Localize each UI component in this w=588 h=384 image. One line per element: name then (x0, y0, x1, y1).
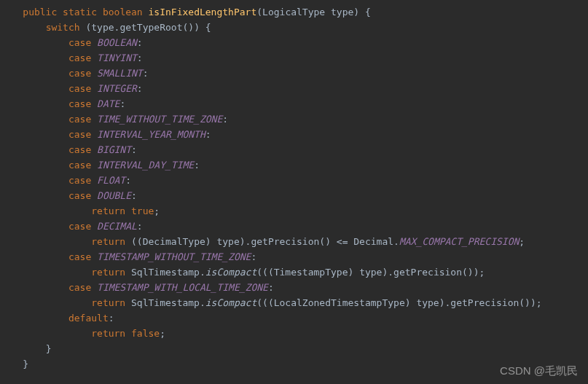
kw-case: case (68, 160, 91, 171)
cls-decimal: Decimal (353, 236, 393, 247)
case-timestamp-local-tz: TIMESTAMP_WITH_LOCAL_TIME_ZONE (97, 282, 268, 293)
var-type: type (359, 267, 382, 278)
kw-case: case (68, 175, 91, 186)
kw-case: case (68, 37, 91, 48)
kw-case: case (68, 144, 91, 155)
case-decimal: DECIMAL (97, 221, 137, 232)
kw-return: return (91, 267, 125, 278)
kw-case: case (68, 114, 91, 125)
call-iscompact: isCompact (205, 297, 256, 308)
kw-boolean: boolean (103, 7, 143, 17)
method-name: isInFixedLengthPart (149, 7, 257, 17)
kw-public: public (23, 7, 57, 17)
kw-switch: switch (46, 22, 80, 33)
case-tinyint: TINYINT (97, 52, 137, 63)
cls-sqltimestamp: SqlTimestamp (131, 297, 200, 308)
case-interval-ym: INTERVAL_YEAR_MONTH (97, 129, 205, 140)
kw-case: case (68, 68, 91, 79)
kw-case: case (68, 52, 91, 63)
code-block: public static boolean isInFixedLengthPar… (0, 0, 588, 372)
switch-call: getTypeRoot (119, 22, 182, 33)
case-smallint: SMALLINT (97, 68, 143, 79)
op-le: <= (337, 236, 348, 247)
kw-false: false (131, 328, 160, 339)
call-getprecision: getPrecision (393, 267, 462, 278)
param-name: type (331, 7, 353, 17)
var-type: type (216, 236, 239, 247)
kw-case: case (68, 129, 91, 140)
case-double: DOUBLE (97, 190, 131, 201)
param-type: LogicalType (262, 7, 325, 17)
case-timestamp-without-tz: TIMESTAMP_WITHOUT_TIME_ZONE (97, 251, 251, 262)
field-max-compact: MAX_COMPACT_PRECISION (399, 236, 519, 247)
kw-case: case (68, 221, 91, 232)
case-float: FLOAT (97, 175, 125, 186)
case-boolean: BOOLEAN (97, 37, 137, 48)
var-type: type (416, 297, 439, 308)
case-integer: INTEGER (97, 83, 137, 94)
cast-decimaltype: DecimalType (143, 236, 205, 247)
cast-timestamptype: TimestampType (274, 267, 348, 278)
kw-case: case (68, 83, 91, 94)
case-interval-dt: INTERVAL_DAY_TIME (97, 160, 194, 171)
kw-default: default (68, 313, 109, 324)
case-bigint: BIGINT (97, 144, 131, 155)
call-getprecision: getPrecision (251, 236, 319, 247)
cast-localzonedtimestamptype: LocalZonedTimestampType (274, 297, 405, 308)
call-iscompact: isCompact (205, 267, 256, 278)
kw-case: case (68, 251, 91, 262)
kw-true: true (131, 205, 154, 216)
kw-return: return (91, 328, 125, 339)
kw-case: case (68, 98, 91, 109)
kw-static: static (63, 7, 97, 17)
kw-case: case (68, 282, 91, 293)
call-getprecision: getPrecision (450, 297, 519, 308)
kw-case: case (68, 190, 91, 201)
cls-sqltimestamp: SqlTimestamp (131, 267, 200, 278)
kw-return: return (91, 297, 125, 308)
case-time-without-tz: TIME_WITHOUT_TIME_ZONE (97, 114, 222, 125)
switch-obj: type (91, 22, 114, 33)
kw-return: return (91, 236, 125, 247)
case-date: DATE (97, 98, 119, 109)
kw-return: return (91, 205, 125, 216)
